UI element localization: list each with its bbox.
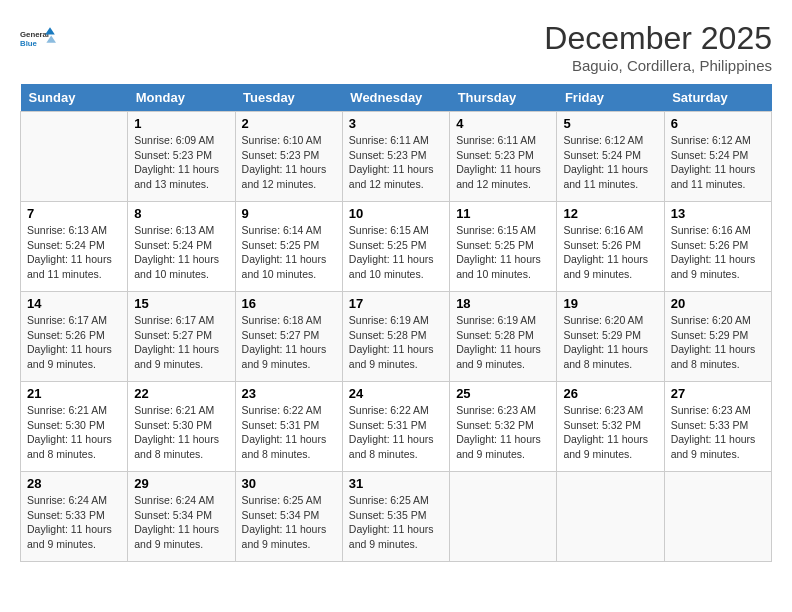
day-info: Sunrise: 6:18 AMSunset: 5:27 PMDaylight:…: [242, 313, 336, 372]
day-number: 29: [134, 476, 228, 491]
day-info: Sunrise: 6:23 AMSunset: 5:32 PMDaylight:…: [456, 403, 550, 462]
day-number: 11: [456, 206, 550, 221]
day-info: Sunrise: 6:16 AMSunset: 5:26 PMDaylight:…: [563, 223, 657, 282]
calendar-cell: 13Sunrise: 6:16 AMSunset: 5:26 PMDayligh…: [664, 202, 771, 292]
day-info: Sunrise: 6:15 AMSunset: 5:25 PMDaylight:…: [349, 223, 443, 282]
calendar-cell: 2Sunrise: 6:10 AMSunset: 5:23 PMDaylight…: [235, 112, 342, 202]
day-info: Sunrise: 6:16 AMSunset: 5:26 PMDaylight:…: [671, 223, 765, 282]
day-info: Sunrise: 6:11 AMSunset: 5:23 PMDaylight:…: [456, 133, 550, 192]
header-monday: Monday: [128, 84, 235, 112]
day-info: Sunrise: 6:24 AMSunset: 5:34 PMDaylight:…: [134, 493, 228, 552]
calendar-week-row: 28Sunrise: 6:24 AMSunset: 5:33 PMDayligh…: [21, 472, 772, 562]
calendar-header-row: SundayMondayTuesdayWednesdayThursdayFrid…: [21, 84, 772, 112]
day-info: Sunrise: 6:22 AMSunset: 5:31 PMDaylight:…: [349, 403, 443, 462]
calendar-cell: 11Sunrise: 6:15 AMSunset: 5:25 PMDayligh…: [450, 202, 557, 292]
calendar-cell: 28Sunrise: 6:24 AMSunset: 5:33 PMDayligh…: [21, 472, 128, 562]
day-number: 25: [456, 386, 550, 401]
day-number: 28: [27, 476, 121, 491]
logo: General Blue: [20, 20, 56, 56]
day-number: 1: [134, 116, 228, 131]
calendar-table: SundayMondayTuesdayWednesdayThursdayFrid…: [20, 84, 772, 562]
calendar-cell: 5Sunrise: 6:12 AMSunset: 5:24 PMDaylight…: [557, 112, 664, 202]
header-friday: Friday: [557, 84, 664, 112]
day-number: 5: [563, 116, 657, 131]
day-number: 15: [134, 296, 228, 311]
calendar-cell: 10Sunrise: 6:15 AMSunset: 5:25 PMDayligh…: [342, 202, 449, 292]
day-number: 2: [242, 116, 336, 131]
calendar-cell: 8Sunrise: 6:13 AMSunset: 5:24 PMDaylight…: [128, 202, 235, 292]
calendar-cell: 17Sunrise: 6:19 AMSunset: 5:28 PMDayligh…: [342, 292, 449, 382]
calendar-cell: 18Sunrise: 6:19 AMSunset: 5:28 PMDayligh…: [450, 292, 557, 382]
calendar-cell: 23Sunrise: 6:22 AMSunset: 5:31 PMDayligh…: [235, 382, 342, 472]
day-number: 22: [134, 386, 228, 401]
calendar-week-row: 21Sunrise: 6:21 AMSunset: 5:30 PMDayligh…: [21, 382, 772, 472]
day-info: Sunrise: 6:24 AMSunset: 5:33 PMDaylight:…: [27, 493, 121, 552]
day-info: Sunrise: 6:19 AMSunset: 5:28 PMDaylight:…: [456, 313, 550, 372]
calendar-cell: 15Sunrise: 6:17 AMSunset: 5:27 PMDayligh…: [128, 292, 235, 382]
day-number: 6: [671, 116, 765, 131]
calendar-cell: 27Sunrise: 6:23 AMSunset: 5:33 PMDayligh…: [664, 382, 771, 472]
calendar-cell: 6Sunrise: 6:12 AMSunset: 5:24 PMDaylight…: [664, 112, 771, 202]
calendar-cell: [557, 472, 664, 562]
day-info: Sunrise: 6:10 AMSunset: 5:23 PMDaylight:…: [242, 133, 336, 192]
calendar-cell: 24Sunrise: 6:22 AMSunset: 5:31 PMDayligh…: [342, 382, 449, 472]
calendar-cell: 4Sunrise: 6:11 AMSunset: 5:23 PMDaylight…: [450, 112, 557, 202]
day-info: Sunrise: 6:22 AMSunset: 5:31 PMDaylight:…: [242, 403, 336, 462]
day-number: 16: [242, 296, 336, 311]
calendar-week-row: 7Sunrise: 6:13 AMSunset: 5:24 PMDaylight…: [21, 202, 772, 292]
day-info: Sunrise: 6:19 AMSunset: 5:28 PMDaylight:…: [349, 313, 443, 372]
calendar-week-row: 14Sunrise: 6:17 AMSunset: 5:26 PMDayligh…: [21, 292, 772, 382]
calendar-cell: 20Sunrise: 6:20 AMSunset: 5:29 PMDayligh…: [664, 292, 771, 382]
calendar-cell: 1Sunrise: 6:09 AMSunset: 5:23 PMDaylight…: [128, 112, 235, 202]
calendar-cell: 29Sunrise: 6:24 AMSunset: 5:34 PMDayligh…: [128, 472, 235, 562]
calendar-cell: 12Sunrise: 6:16 AMSunset: 5:26 PMDayligh…: [557, 202, 664, 292]
title-area: December 2025 Baguio, Cordillera, Philip…: [544, 20, 772, 74]
day-info: Sunrise: 6:11 AMSunset: 5:23 PMDaylight:…: [349, 133, 443, 192]
header-wednesday: Wednesday: [342, 84, 449, 112]
day-number: 9: [242, 206, 336, 221]
day-number: 18: [456, 296, 550, 311]
day-number: 3: [349, 116, 443, 131]
calendar-cell: 14Sunrise: 6:17 AMSunset: 5:26 PMDayligh…: [21, 292, 128, 382]
calendar-cell: 26Sunrise: 6:23 AMSunset: 5:32 PMDayligh…: [557, 382, 664, 472]
location-title: Baguio, Cordillera, Philippines: [544, 57, 772, 74]
day-info: Sunrise: 6:17 AMSunset: 5:27 PMDaylight:…: [134, 313, 228, 372]
day-number: 30: [242, 476, 336, 491]
day-number: 20: [671, 296, 765, 311]
header-tuesday: Tuesday: [235, 84, 342, 112]
day-info: Sunrise: 6:21 AMSunset: 5:30 PMDaylight:…: [27, 403, 121, 462]
day-info: Sunrise: 6:20 AMSunset: 5:29 PMDaylight:…: [563, 313, 657, 372]
header-sunday: Sunday: [21, 84, 128, 112]
calendar-cell: 3Sunrise: 6:11 AMSunset: 5:23 PMDaylight…: [342, 112, 449, 202]
calendar-week-row: 1Sunrise: 6:09 AMSunset: 5:23 PMDaylight…: [21, 112, 772, 202]
page-header: General Blue December 2025 Baguio, Cordi…: [20, 20, 772, 74]
calendar-cell: 19Sunrise: 6:20 AMSunset: 5:29 PMDayligh…: [557, 292, 664, 382]
day-info: Sunrise: 6:23 AMSunset: 5:32 PMDaylight:…: [563, 403, 657, 462]
day-number: 21: [27, 386, 121, 401]
day-info: Sunrise: 6:13 AMSunset: 5:24 PMDaylight:…: [134, 223, 228, 282]
svg-text:General: General: [20, 30, 49, 39]
day-number: 13: [671, 206, 765, 221]
day-number: 27: [671, 386, 765, 401]
day-number: 23: [242, 386, 336, 401]
calendar-cell: [21, 112, 128, 202]
calendar-cell: 21Sunrise: 6:21 AMSunset: 5:30 PMDayligh…: [21, 382, 128, 472]
day-number: 26: [563, 386, 657, 401]
month-title: December 2025: [544, 20, 772, 57]
day-info: Sunrise: 6:14 AMSunset: 5:25 PMDaylight:…: [242, 223, 336, 282]
day-info: Sunrise: 6:25 AMSunset: 5:34 PMDaylight:…: [242, 493, 336, 552]
svg-text:Blue: Blue: [20, 39, 38, 48]
day-number: 14: [27, 296, 121, 311]
day-info: Sunrise: 6:12 AMSunset: 5:24 PMDaylight:…: [671, 133, 765, 192]
day-number: 4: [456, 116, 550, 131]
day-number: 12: [563, 206, 657, 221]
day-number: 19: [563, 296, 657, 311]
calendar-cell: 16Sunrise: 6:18 AMSunset: 5:27 PMDayligh…: [235, 292, 342, 382]
day-number: 10: [349, 206, 443, 221]
day-info: Sunrise: 6:25 AMSunset: 5:35 PMDaylight:…: [349, 493, 443, 552]
day-number: 17: [349, 296, 443, 311]
calendar-cell: [450, 472, 557, 562]
day-info: Sunrise: 6:12 AMSunset: 5:24 PMDaylight:…: [563, 133, 657, 192]
day-info: Sunrise: 6:20 AMSunset: 5:29 PMDaylight:…: [671, 313, 765, 372]
day-info: Sunrise: 6:17 AMSunset: 5:26 PMDaylight:…: [27, 313, 121, 372]
